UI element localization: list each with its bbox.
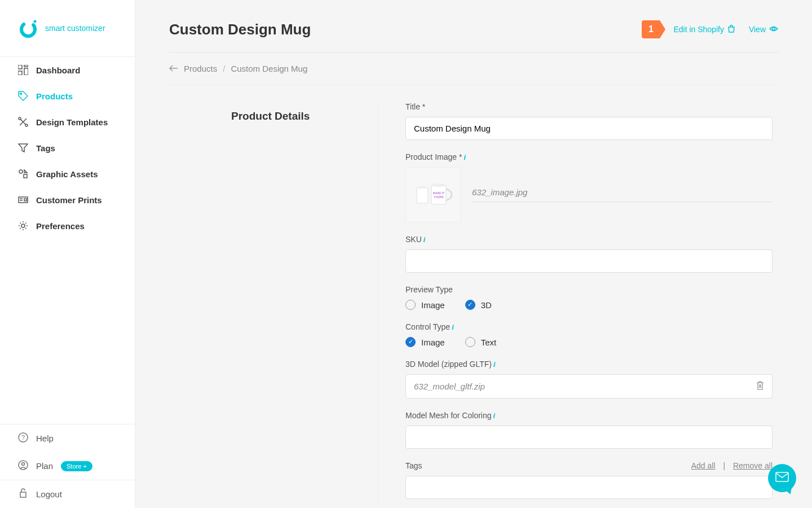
- eye-icon: [769, 25, 778, 34]
- model-filename: 632_model_gltf.zip: [414, 382, 485, 391]
- svg-point-17: [22, 463, 25, 466]
- sidebar-item-design-templates[interactable]: Design Templates: [0, 109, 135, 135]
- model-file-input[interactable]: 632_model_gltf.zip: [405, 374, 773, 398]
- mesh-input[interactable]: [405, 426, 773, 449]
- sidebar-item-label: Dashboard: [36, 65, 80, 75]
- plan-link[interactable]: Plan Store +: [0, 452, 135, 480]
- svg-rect-4: [24, 68, 28, 75]
- mail-icon: [775, 472, 789, 484]
- sku-label: SKUi: [405, 235, 773, 244]
- tags-label: Tags: [405, 461, 422, 470]
- breadcrumb-root[interactable]: Products: [184, 64, 217, 73]
- breadcrumb-current: Custom Design Mug: [231, 64, 307, 73]
- shapes-icon: [18, 169, 28, 179]
- breadcrumb: Products / Custom Design Mug: [169, 52, 778, 85]
- sidebar-item-label: Products: [36, 91, 73, 101]
- gear-icon: [18, 221, 28, 231]
- tags-input[interactable]: [405, 476, 773, 499]
- info-icon[interactable]: i: [452, 323, 454, 331]
- content: Product Details Title * Product Image *i: [169, 85, 778, 508]
- account-icon: [18, 460, 28, 472]
- title-input[interactable]: [405, 117, 773, 140]
- preview-type-image-radio[interactable]: Image: [405, 300, 445, 310]
- svg-point-8: [25, 124, 28, 126]
- control-type-label: Control Typei: [405, 322, 773, 331]
- product-image-filename[interactable]: 632_image.jpg: [472, 187, 773, 202]
- add-all-link[interactable]: Add all: [691, 461, 716, 470]
- svg-point-21: [417, 186, 428, 189]
- sidebar-item-label: Graphic Assets: [36, 169, 98, 179]
- svg-rect-22: [431, 185, 446, 204]
- logo[interactable]: smart customizer: [0, 0, 135, 56]
- main-header: Custom Design Mug 1 Edit in Shopify View: [169, 0, 778, 52]
- radio-label: Image: [421, 300, 445, 310]
- brand-name: smart customizer: [45, 24, 105, 33]
- product-image-thumb[interactable]: MAKE IT YOURS: [405, 167, 461, 222]
- sidebar-item-graphic-assets[interactable]: Graphic Assets: [0, 161, 135, 187]
- dashboard-icon: [18, 65, 28, 75]
- sidebar-item-label: Customer Prints: [36, 195, 102, 205]
- svg-rect-12: [24, 199, 27, 201]
- edit-in-shopify-link[interactable]: Edit in Shopify: [673, 25, 735, 34]
- prints-icon: [18, 195, 28, 205]
- header-actions: 1 Edit in Shopify View: [642, 20, 778, 38]
- svg-rect-5: [18, 71, 22, 75]
- design-icon: [18, 117, 28, 127]
- control-type-text-radio[interactable]: Text: [465, 337, 497, 347]
- radio-checked-icon: [405, 337, 416, 347]
- back-icon[interactable]: [169, 64, 178, 73]
- svg-point-23: [431, 183, 446, 187]
- plan-badge: Store +: [61, 461, 92, 471]
- info-icon[interactable]: i: [423, 235, 426, 244]
- page-title: Custom Design Mug: [169, 21, 311, 38]
- svg-point-1: [34, 20, 37, 23]
- sidebar-item-customer-prints[interactable]: Customer Prints: [0, 187, 135, 213]
- sidebar-item-label: Design Templates: [36, 117, 108, 127]
- main: Custom Design Mug 1 Edit in Shopify View: [135, 0, 812, 508]
- nav: Dashboard Products Design Templates Tags: [0, 56, 135, 424]
- tag-actions: Add all | Remove all: [691, 461, 773, 470]
- radio-icon: [465, 337, 475, 347]
- section-title: Product Details: [169, 102, 378, 508]
- preview-type-3d-radio[interactable]: 3D: [465, 300, 492, 310]
- sku-input[interactable]: [405, 249, 773, 273]
- preview-type-label: Preview Type: [405, 285, 773, 294]
- svg-rect-10: [24, 174, 27, 178]
- tag-icon: [18, 91, 28, 101]
- shopping-bag-icon: [727, 25, 735, 34]
- logout-label: Logout: [36, 489, 62, 499]
- chat-button[interactable]: [768, 464, 796, 492]
- sidebar-item-tags[interactable]: Tags: [0, 135, 135, 161]
- radio-label: 3D: [481, 300, 492, 310]
- brand-icon: [18, 18, 38, 38]
- svg-point-9: [19, 170, 23, 173]
- svg-rect-2: [18, 65, 22, 69]
- form: Title * Product Image *i: [378, 102, 778, 508]
- remove-all-link[interactable]: Remove all: [733, 461, 773, 470]
- product-image-label: Product Image *i: [405, 152, 773, 161]
- sidebar-item-label: Tags: [36, 143, 55, 153]
- svg-text:MAKE IT: MAKE IT: [433, 191, 445, 195]
- radio-label: Text: [481, 338, 497, 347]
- svg-text:YOURS: YOURS: [434, 195, 444, 199]
- help-link[interactable]: ? Help: [0, 424, 135, 452]
- logout-icon: [18, 488, 28, 500]
- sidebar-item-products[interactable]: Products: [0, 83, 135, 109]
- sidebar-item-dashboard[interactable]: Dashboard: [0, 57, 135, 83]
- logout-link[interactable]: Logout: [0, 480, 135, 508]
- breadcrumb-separator: /: [223, 64, 225, 73]
- info-icon[interactable]: i: [464, 153, 466, 161]
- svg-point-7: [19, 117, 21, 120]
- title-label: Title *: [405, 102, 773, 111]
- info-icon[interactable]: i: [493, 411, 496, 420]
- control-type-image-radio[interactable]: Image: [405, 337, 445, 347]
- view-link[interactable]: View: [749, 25, 778, 34]
- svg-point-6: [20, 93, 22, 95]
- help-label: Help: [36, 433, 54, 443]
- trash-icon[interactable]: [756, 381, 764, 392]
- model-label: 3D Model (zipped GLTF)i: [405, 360, 773, 369]
- svg-rect-3: [24, 65, 28, 67]
- separator: |: [723, 461, 725, 470]
- sidebar-item-preferences[interactable]: Preferences: [0, 213, 135, 239]
- info-icon[interactable]: i: [493, 360, 496, 369]
